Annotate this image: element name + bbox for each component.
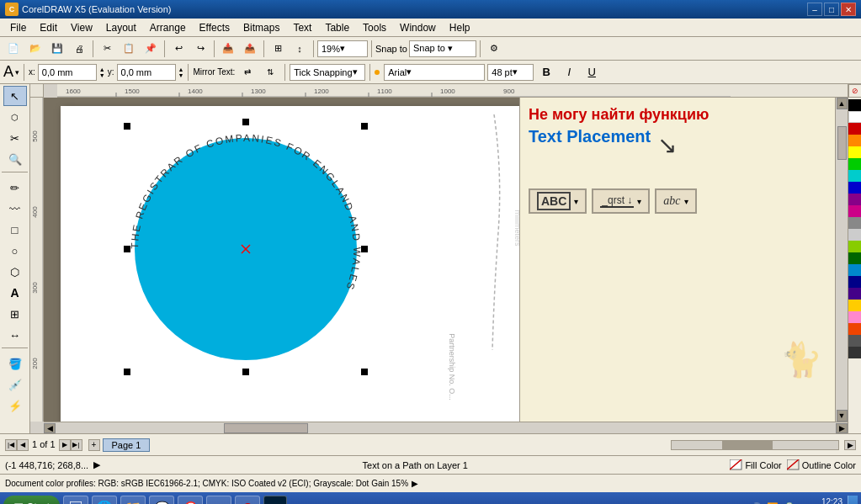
font-size-dropdown[interactable]: 48 pt ▾ [487, 64, 534, 81]
minimize-button[interactable]: – [807, 3, 822, 16]
undo-button[interactable]: ↩ [168, 40, 189, 58]
color-red[interactable] [848, 123, 861, 135]
text-tool-icon[interactable]: A [3, 63, 13, 81]
menu-layout[interactable]: Layout [99, 20, 143, 35]
save-button[interactable]: 💾 [47, 40, 67, 58]
color-green[interactable] [848, 158, 861, 170]
eyedropper-tool[interactable]: 💉 [3, 374, 27, 395]
menu-window[interactable]: Window [393, 20, 443, 35]
font-name-dropdown[interactable]: Arial ▾ [384, 64, 485, 81]
color-yellow[interactable] [848, 146, 861, 158]
maximize-button[interactable]: □ [824, 3, 839, 16]
polygon-tool[interactable]: ⬡ [3, 262, 27, 282]
color-darkorange[interactable] [848, 323, 861, 335]
menu-tools[interactable]: Tools [356, 20, 393, 35]
fill-tool[interactable]: 🪣 [3, 353, 27, 374]
tick-snapping-dropdown[interactable]: Tick Snapping ▾ [290, 64, 365, 81]
menu-text[interactable]: Text [286, 20, 318, 35]
first-page-btn[interactable]: |◀ [5, 439, 17, 451]
add-page-btn[interactable]: + [88, 439, 100, 451]
scroll-down-btn[interactable]: ▼ [837, 410, 848, 422]
show-desktop-strip[interactable] [848, 496, 858, 504]
menu-file[interactable]: File [3, 20, 33, 35]
text-tool[interactable]: A [3, 283, 27, 303]
node-tool[interactable]: ⬡ [3, 107, 27, 127]
taskbar-app1[interactable]: 🎯 [178, 496, 203, 504]
mirror-v-button[interactable]: ⇅ [260, 63, 280, 82]
table-tool[interactable]: ⊞ [3, 304, 27, 324]
color-cyan[interactable] [848, 170, 861, 182]
taskbar-photoshop[interactable]: Ps [263, 496, 287, 504]
select-tool[interactable]: ↖ [3, 86, 27, 106]
placement-btn-abc[interactable]: ABC ▾ [529, 188, 587, 214]
menu-help[interactable]: Help [443, 20, 477, 35]
h-scroll-thumb[interactable] [224, 423, 308, 433]
expand-coords-btn[interactable]: ▶ [93, 459, 100, 470]
color-gray[interactable] [848, 217, 861, 229]
h-scrollbar[interactable]: ◀ ▶ [44, 422, 848, 433]
paste-button[interactable]: 📌 [141, 40, 161, 58]
last-page-btn[interactable]: ▶| [71, 439, 82, 451]
canvas-scroll[interactable]: millimeters [44, 98, 519, 422]
color-orange[interactable] [848, 135, 861, 146]
start-button[interactable]: ⊞ Start [3, 496, 60, 504]
open-button[interactable]: 📂 [25, 40, 45, 58]
profile-expand-btn[interactable]: ▶ [412, 479, 418, 488]
taskbar-show-desktop[interactable] [63, 496, 88, 504]
color-blue[interactable] [848, 182, 861, 194]
placement-btn-abc2[interactable]: abc ▾ [655, 188, 696, 214]
rect-tool[interactable]: □ [3, 220, 27, 240]
menu-view[interactable]: View [64, 20, 99, 35]
close-button[interactable]: ✕ [841, 3, 856, 16]
freehand-tool[interactable]: ✏ [3, 178, 27, 198]
prev-page-btn[interactable]: ◀ [17, 439, 29, 451]
print-button[interactable]: 🖨 [69, 40, 89, 58]
bottom-scroll-right[interactable]: ▶ [844, 440, 856, 450]
color-lime[interactable] [848, 241, 861, 252]
copy-button[interactable]: 📋 [119, 40, 139, 58]
menu-bitmaps[interactable]: Bitmaps [237, 20, 286, 35]
import-button[interactable]: 📥 [218, 40, 238, 58]
color-black[interactable] [848, 99, 861, 111]
color-darkgreen[interactable] [848, 252, 861, 264]
right-scrollbar[interactable]: ▲ ▼ [835, 98, 848, 422]
abc-dropdown[interactable]: ▾ [574, 197, 578, 206]
options-button[interactable]: ⚙ [484, 40, 504, 58]
scroll-left-btn[interactable]: ◀ [44, 423, 56, 433]
interactive-tool[interactable]: ⚡ [3, 395, 27, 416]
color-lightgray[interactable] [848, 229, 861, 241]
x-input[interactable] [38, 64, 97, 81]
dimension-tool[interactable]: ↔ [3, 325, 27, 345]
export-button[interactable]: 📤 [240, 40, 260, 58]
crop-tool[interactable]: ✂ [3, 128, 27, 148]
qrst-dropdown[interactable]: ▾ [637, 197, 641, 206]
scroll-right-btn[interactable]: ▶ [836, 423, 848, 433]
italic-button[interactable]: I [559, 63, 579, 82]
underline-button[interactable]: U [582, 63, 602, 82]
color-gold[interactable] [848, 300, 861, 311]
x-spinners[interactable]: ▲ ▼ [99, 66, 105, 78]
tool-dropdown-arrow[interactable]: ▾ [15, 68, 19, 77]
bottom-hscroll-thumb[interactable] [722, 441, 773, 449]
menu-arrange[interactable]: Arrange [143, 20, 193, 35]
menu-effects[interactable]: Effects [193, 20, 237, 35]
ellipse-tool[interactable]: ○ [3, 241, 27, 261]
color-purple[interactable] [848, 194, 861, 205]
align-button[interactable]: ⊞ [268, 40, 288, 58]
no-fill-swatch[interactable]: ⊘ [848, 84, 861, 98]
color-charcoal[interactable] [848, 347, 861, 358]
taskbar-opera[interactable]: O [235, 496, 260, 504]
taskbar-explorer[interactable]: 📁 [120, 496, 146, 504]
transform-button[interactable]: ↕ [290, 40, 310, 58]
taskbar-corel[interactable]: C [206, 496, 231, 504]
scroll-thumb[interactable] [837, 126, 847, 160]
color-magenta[interactable] [848, 205, 861, 217]
abc2-dropdown[interactable]: ▾ [684, 197, 688, 206]
title-controls[interactable]: – □ ✕ [807, 3, 856, 16]
snap-dropdown[interactable]: Snap to ▾ [409, 40, 476, 57]
redo-button[interactable]: ↪ [190, 40, 210, 58]
y-spinners[interactable]: ▲ ▼ [178, 66, 184, 78]
color-darkgray[interactable] [848, 335, 861, 347]
page-tab[interactable]: Page 1 [103, 438, 151, 452]
placement-btn-qrst[interactable]: _qrst ↓ ▾ [592, 188, 650, 214]
